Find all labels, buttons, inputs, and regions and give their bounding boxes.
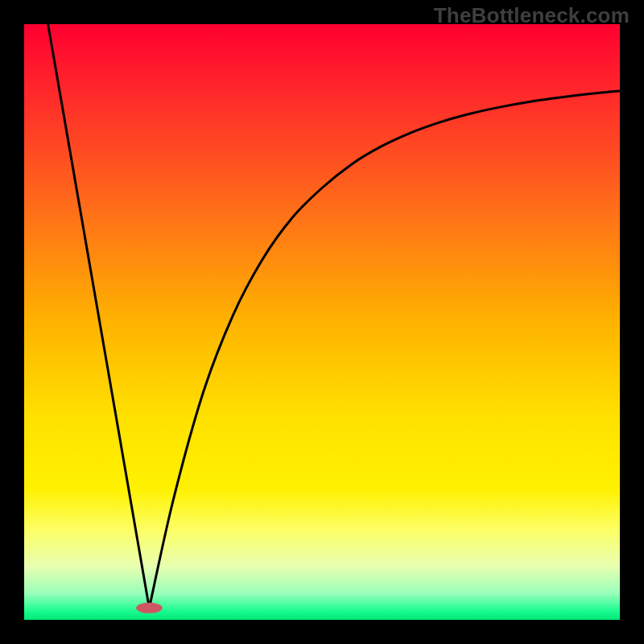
minimum-marker xyxy=(136,603,163,613)
chart-frame: TheBottleneck.com xyxy=(0,0,644,644)
bottleneck-chart xyxy=(24,24,620,620)
plot-area xyxy=(24,24,620,620)
gradient-background xyxy=(24,24,620,620)
